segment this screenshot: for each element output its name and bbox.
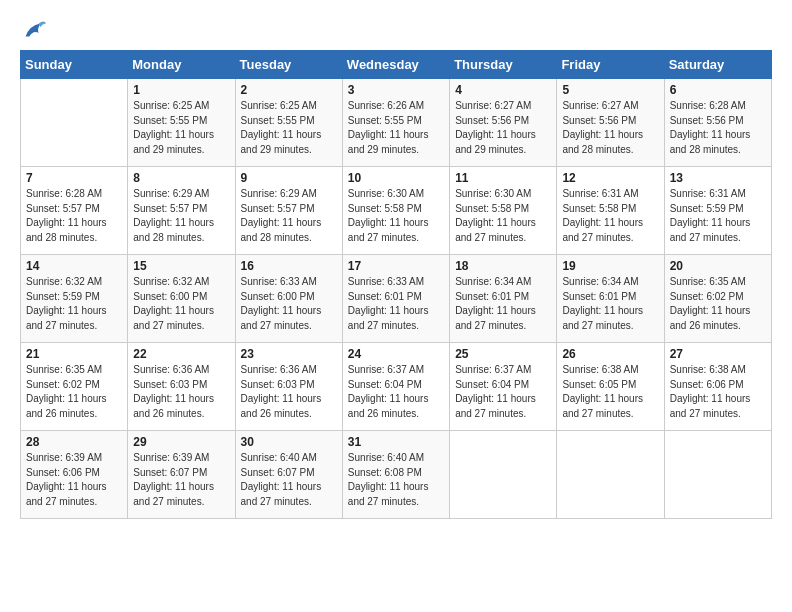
day-number: 23 — [241, 347, 337, 361]
day-number: 16 — [241, 259, 337, 273]
calendar-week-row: 7Sunrise: 6:28 AM Sunset: 5:57 PM Daylig… — [21, 167, 772, 255]
day-info: Sunrise: 6:28 AM Sunset: 5:56 PM Dayligh… — [670, 99, 766, 157]
calendar-cell: 2Sunrise: 6:25 AM Sunset: 5:55 PM Daylig… — [235, 79, 342, 167]
calendar-cell: 31Sunrise: 6:40 AM Sunset: 6:08 PM Dayli… — [342, 431, 449, 519]
day-info: Sunrise: 6:27 AM Sunset: 5:56 PM Dayligh… — [562, 99, 658, 157]
day-number: 20 — [670, 259, 766, 273]
day-number: 12 — [562, 171, 658, 185]
calendar-cell: 30Sunrise: 6:40 AM Sunset: 6:07 PM Dayli… — [235, 431, 342, 519]
day-number: 11 — [455, 171, 551, 185]
day-info: Sunrise: 6:35 AM Sunset: 6:02 PM Dayligh… — [670, 275, 766, 333]
calendar-cell: 27Sunrise: 6:38 AM Sunset: 6:06 PM Dayli… — [664, 343, 771, 431]
day-number: 7 — [26, 171, 122, 185]
day-info: Sunrise: 6:39 AM Sunset: 6:06 PM Dayligh… — [26, 451, 122, 509]
day-number: 26 — [562, 347, 658, 361]
day-info: Sunrise: 6:25 AM Sunset: 5:55 PM Dayligh… — [133, 99, 229, 157]
calendar-cell: 16Sunrise: 6:33 AM Sunset: 6:00 PM Dayli… — [235, 255, 342, 343]
calendar-cell: 21Sunrise: 6:35 AM Sunset: 6:02 PM Dayli… — [21, 343, 128, 431]
day-number: 10 — [348, 171, 444, 185]
day-number: 29 — [133, 435, 229, 449]
day-info: Sunrise: 6:38 AM Sunset: 6:05 PM Dayligh… — [562, 363, 658, 421]
calendar-cell: 6Sunrise: 6:28 AM Sunset: 5:56 PM Daylig… — [664, 79, 771, 167]
day-number: 6 — [670, 83, 766, 97]
calendar-cell: 11Sunrise: 6:30 AM Sunset: 5:58 PM Dayli… — [450, 167, 557, 255]
day-number: 8 — [133, 171, 229, 185]
calendar-header-row: SundayMondayTuesdayWednesdayThursdayFrid… — [21, 51, 772, 79]
day-info: Sunrise: 6:29 AM Sunset: 5:57 PM Dayligh… — [241, 187, 337, 245]
calendar-cell — [664, 431, 771, 519]
col-header-wednesday: Wednesday — [342, 51, 449, 79]
day-info: Sunrise: 6:34 AM Sunset: 6:01 PM Dayligh… — [562, 275, 658, 333]
day-number: 21 — [26, 347, 122, 361]
day-number: 2 — [241, 83, 337, 97]
day-info: Sunrise: 6:40 AM Sunset: 6:07 PM Dayligh… — [241, 451, 337, 509]
day-number: 30 — [241, 435, 337, 449]
col-header-saturday: Saturday — [664, 51, 771, 79]
day-info: Sunrise: 6:32 AM Sunset: 6:00 PM Dayligh… — [133, 275, 229, 333]
day-number: 1 — [133, 83, 229, 97]
day-number: 28 — [26, 435, 122, 449]
day-info: Sunrise: 6:36 AM Sunset: 6:03 PM Dayligh… — [241, 363, 337, 421]
calendar-week-row: 21Sunrise: 6:35 AM Sunset: 6:02 PM Dayli… — [21, 343, 772, 431]
calendar-cell: 23Sunrise: 6:36 AM Sunset: 6:03 PM Dayli… — [235, 343, 342, 431]
day-info: Sunrise: 6:30 AM Sunset: 5:58 PM Dayligh… — [348, 187, 444, 245]
calendar-cell: 1Sunrise: 6:25 AM Sunset: 5:55 PM Daylig… — [128, 79, 235, 167]
day-number: 31 — [348, 435, 444, 449]
day-number: 4 — [455, 83, 551, 97]
day-info: Sunrise: 6:31 AM Sunset: 5:58 PM Dayligh… — [562, 187, 658, 245]
calendar-cell — [450, 431, 557, 519]
day-info: Sunrise: 6:34 AM Sunset: 6:01 PM Dayligh… — [455, 275, 551, 333]
calendar-cell: 9Sunrise: 6:29 AM Sunset: 5:57 PM Daylig… — [235, 167, 342, 255]
calendar-week-row: 1Sunrise: 6:25 AM Sunset: 5:55 PM Daylig… — [21, 79, 772, 167]
calendar-cell: 10Sunrise: 6:30 AM Sunset: 5:58 PM Dayli… — [342, 167, 449, 255]
calendar-cell — [557, 431, 664, 519]
day-number: 22 — [133, 347, 229, 361]
calendar-table: SundayMondayTuesdayWednesdayThursdayFrid… — [20, 50, 772, 519]
day-info: Sunrise: 6:33 AM Sunset: 6:01 PM Dayligh… — [348, 275, 444, 333]
day-info: Sunrise: 6:40 AM Sunset: 6:08 PM Dayligh… — [348, 451, 444, 509]
day-info: Sunrise: 6:33 AM Sunset: 6:00 PM Dayligh… — [241, 275, 337, 333]
calendar-cell: 24Sunrise: 6:37 AM Sunset: 6:04 PM Dayli… — [342, 343, 449, 431]
day-number: 25 — [455, 347, 551, 361]
calendar-cell: 7Sunrise: 6:28 AM Sunset: 5:57 PM Daylig… — [21, 167, 128, 255]
logo-icon — [20, 16, 48, 44]
calendar-week-row: 14Sunrise: 6:32 AM Sunset: 5:59 PM Dayli… — [21, 255, 772, 343]
calendar-cell: 3Sunrise: 6:26 AM Sunset: 5:55 PM Daylig… — [342, 79, 449, 167]
day-number: 19 — [562, 259, 658, 273]
col-header-tuesday: Tuesday — [235, 51, 342, 79]
col-header-sunday: Sunday — [21, 51, 128, 79]
calendar-cell: 8Sunrise: 6:29 AM Sunset: 5:57 PM Daylig… — [128, 167, 235, 255]
day-number: 27 — [670, 347, 766, 361]
col-header-monday: Monday — [128, 51, 235, 79]
day-info: Sunrise: 6:28 AM Sunset: 5:57 PM Dayligh… — [26, 187, 122, 245]
calendar-cell: 14Sunrise: 6:32 AM Sunset: 5:59 PM Dayli… — [21, 255, 128, 343]
day-info: Sunrise: 6:37 AM Sunset: 6:04 PM Dayligh… — [348, 363, 444, 421]
day-info: Sunrise: 6:30 AM Sunset: 5:58 PM Dayligh… — [455, 187, 551, 245]
day-number: 5 — [562, 83, 658, 97]
calendar-cell: 29Sunrise: 6:39 AM Sunset: 6:07 PM Dayli… — [128, 431, 235, 519]
calendar-cell: 25Sunrise: 6:37 AM Sunset: 6:04 PM Dayli… — [450, 343, 557, 431]
calendar-cell: 22Sunrise: 6:36 AM Sunset: 6:03 PM Dayli… — [128, 343, 235, 431]
day-info: Sunrise: 6:37 AM Sunset: 6:04 PM Dayligh… — [455, 363, 551, 421]
day-number: 18 — [455, 259, 551, 273]
calendar-cell: 28Sunrise: 6:39 AM Sunset: 6:06 PM Dayli… — [21, 431, 128, 519]
day-info: Sunrise: 6:27 AM Sunset: 5:56 PM Dayligh… — [455, 99, 551, 157]
calendar-week-row: 28Sunrise: 6:39 AM Sunset: 6:06 PM Dayli… — [21, 431, 772, 519]
calendar-cell: 20Sunrise: 6:35 AM Sunset: 6:02 PM Dayli… — [664, 255, 771, 343]
col-header-friday: Friday — [557, 51, 664, 79]
calendar-cell: 12Sunrise: 6:31 AM Sunset: 5:58 PM Dayli… — [557, 167, 664, 255]
day-info: Sunrise: 6:26 AM Sunset: 5:55 PM Dayligh… — [348, 99, 444, 157]
day-number: 15 — [133, 259, 229, 273]
calendar-cell: 4Sunrise: 6:27 AM Sunset: 5:56 PM Daylig… — [450, 79, 557, 167]
day-info: Sunrise: 6:36 AM Sunset: 6:03 PM Dayligh… — [133, 363, 229, 421]
calendar-cell: 15Sunrise: 6:32 AM Sunset: 6:00 PM Dayli… — [128, 255, 235, 343]
day-info: Sunrise: 6:29 AM Sunset: 5:57 PM Dayligh… — [133, 187, 229, 245]
calendar-cell: 17Sunrise: 6:33 AM Sunset: 6:01 PM Dayli… — [342, 255, 449, 343]
calendar-cell — [21, 79, 128, 167]
day-info: Sunrise: 6:31 AM Sunset: 5:59 PM Dayligh… — [670, 187, 766, 245]
day-info: Sunrise: 6:25 AM Sunset: 5:55 PM Dayligh… — [241, 99, 337, 157]
col-header-thursday: Thursday — [450, 51, 557, 79]
page-header — [20, 16, 772, 44]
calendar-cell: 26Sunrise: 6:38 AM Sunset: 6:05 PM Dayli… — [557, 343, 664, 431]
day-number: 14 — [26, 259, 122, 273]
